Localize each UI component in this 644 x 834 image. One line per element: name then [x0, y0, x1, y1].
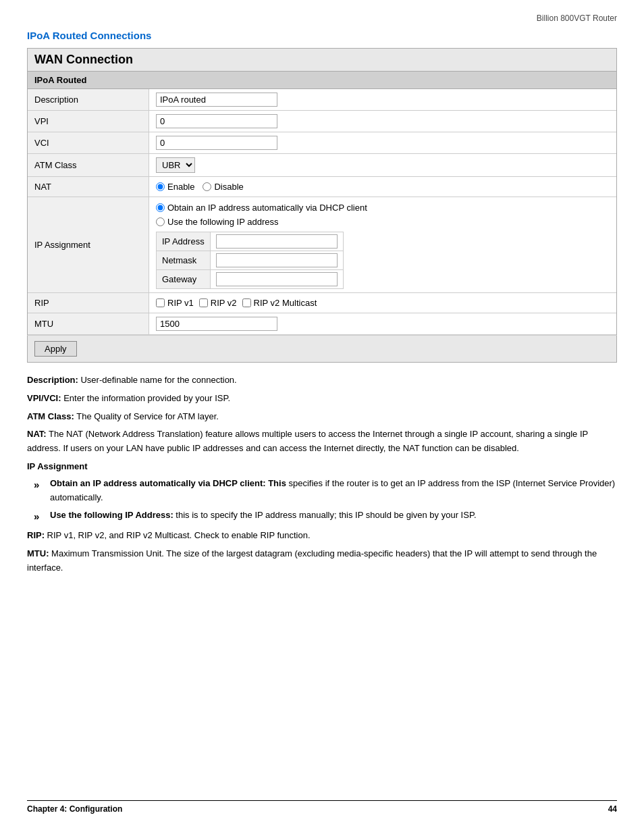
footer-left: Chapter 4: Configuration	[27, 804, 122, 814]
header-title: Billion 800VGT Router	[537, 14, 617, 23]
desc-description-label: Description:	[27, 375, 78, 385]
row-vci: VCI	[28, 132, 616, 154]
bullet2-text: Use the following IP Address: this is to…	[50, 509, 477, 523]
ip-manual-row: Use the following IP address	[156, 215, 610, 229]
label-vpi: VPI	[28, 111, 149, 132]
ip-assignment-cell: Obtain an IP address automatically via D…	[149, 197, 616, 292]
nat-enable-radio[interactable]	[156, 182, 165, 191]
page-footer: Chapter 4: Configuration 44	[27, 800, 617, 814]
rip-v2-checkbox[interactable]	[199, 298, 208, 307]
ip-dhcp-radio[interactable]	[156, 203, 165, 212]
apply-button[interactable]: Apply	[34, 341, 77, 357]
wan-subheader: IPoA Routed	[28, 72, 617, 89]
ip-manual-radio[interactable]	[156, 217, 165, 226]
rip-v2-multicast-label[interactable]: RIP v2 Multicast	[242, 298, 317, 308]
wan-connection-table: WAN Connection IPoA Routed Description V…	[27, 48, 617, 363]
bullet-icon-1: »	[34, 477, 45, 493]
nat-disable-radio[interactable]	[203, 182, 211, 191]
rip-v1-label[interactable]: RIP v1	[156, 298, 194, 308]
ip-dhcp-label[interactable]: Obtain an IP address automatically via D…	[156, 203, 367, 213]
section-title: IPoA Routed Connections	[27, 30, 617, 41]
description-input[interactable]	[156, 93, 277, 107]
nat-disable-label[interactable]: Disable	[203, 182, 243, 192]
label-ip-assignment: IP Assignment	[28, 197, 149, 292]
description-block: Description: User-definable name for the…	[27, 373, 617, 575]
rip-v2-multicast-checkbox[interactable]	[242, 298, 251, 307]
footer-right: 44	[608, 804, 617, 814]
vci-input[interactable]	[156, 136, 277, 150]
label-atm-class: ATM Class	[28, 154, 149, 176]
label-description: Description	[28, 89, 149, 110]
nat-enable-label[interactable]: Enable	[156, 182, 194, 192]
bullet1-text: Obtain an IP address automatically via D…	[50, 477, 617, 505]
ip-address-label: IP Address	[157, 232, 211, 251]
row-nat: NAT Enable Disable	[28, 177, 616, 197]
rip-v2-label[interactable]: RIP v2	[199, 298, 237, 308]
label-rip: RIP	[28, 293, 149, 313]
row-description: Description	[28, 89, 616, 111]
ip-address-row: IP Address	[157, 232, 344, 251]
desc-description: Description: User-definable name for the…	[27, 373, 617, 388]
ip-assignment-section: IP Assignment » Obtain an IP address aut…	[27, 460, 617, 525]
label-vci: VCI	[28, 132, 149, 153]
gateway-label: Gateway	[157, 270, 211, 289]
label-mtu: MTU	[28, 313, 149, 334]
desc-nat: NAT: The NAT (Network Address Translatio…	[27, 427, 617, 456]
rip-group: RIP v1 RIP v2 RIP v2 Multicast	[156, 298, 317, 308]
ip-assignment-heading: IP Assignment	[27, 460, 617, 474]
desc-vpivci: VPI/VCI: Enter the information provided …	[27, 392, 617, 406]
desc-rip: RIP: RIP v1, RIP v2, and RIP v2 Multicas…	[27, 529, 617, 543]
desc-rip-label: RIP:	[27, 530, 45, 540]
bullet-item-1: » Obtain an IP address automatically via…	[34, 477, 617, 505]
desc-nat-label: NAT:	[27, 429, 47, 439]
rip-v1-checkbox[interactable]	[156, 298, 165, 307]
wan-table-header: WAN Connection	[28, 49, 617, 72]
apply-cell: Apply	[28, 336, 617, 363]
page-header: Billion 800VGT Router	[27, 14, 617, 23]
atm-class-select[interactable]: UBR CBR VBR	[156, 157, 195, 173]
netmask-input[interactable]	[216, 253, 338, 267]
vpi-input[interactable]	[156, 114, 277, 128]
desc-vpivci-label: VPI/VCI:	[27, 393, 61, 403]
desc-mtu: MTU: Maximum Transmission Unit. The size…	[27, 547, 617, 575]
row-vpi: VPI	[28, 111, 616, 132]
mtu-input[interactable]	[156, 317, 277, 331]
row-rip: RIP RIP v1 RIP v2 RIP v2 Multicast	[28, 293, 616, 313]
netmask-input-cell	[210, 251, 343, 270]
gateway-input-cell	[210, 270, 343, 289]
input-description	[149, 89, 616, 110]
desc-atm: ATM Class: The Quality of Service for AT…	[27, 410, 617, 424]
ip-fields-table: IP Address Netmask Gateway	[156, 232, 344, 289]
row-ip-assignment: IP Assignment Obtain an IP address autom…	[28, 197, 616, 293]
input-vci	[149, 132, 616, 153]
input-mtu	[149, 313, 616, 334]
apply-row: Apply	[28, 336, 617, 363]
ip-address-input[interactable]	[216, 234, 338, 249]
ip-manual-label[interactable]: Use the following IP address	[156, 217, 279, 227]
netmask-row: Netmask	[157, 251, 344, 270]
gateway-row: Gateway	[157, 270, 344, 289]
desc-atm-label: ATM Class:	[27, 411, 74, 421]
netmask-label: Netmask	[157, 251, 211, 270]
gateway-input[interactable]	[216, 272, 338, 286]
bullet-icon-2: »	[34, 509, 45, 525]
row-atm-class: ATM Class UBR CBR VBR	[28, 154, 616, 177]
input-rip: RIP v1 RIP v2 RIP v2 Multicast	[149, 293, 616, 313]
ip-dhcp-row: Obtain an IP address automatically via D…	[156, 201, 610, 215]
input-nat: Enable Disable	[149, 177, 616, 197]
bullet-item-2: » Use the following IP Address: this is …	[34, 509, 617, 525]
input-atm-class: UBR CBR VBR	[149, 154, 616, 176]
nat-radio-group: Enable Disable	[156, 182, 244, 192]
row-mtu: MTU	[28, 313, 616, 335]
label-nat: NAT	[28, 177, 149, 197]
desc-mtu-label: MTU:	[27, 548, 49, 558]
ip-address-input-cell	[210, 232, 343, 251]
input-vpi	[149, 111, 616, 132]
